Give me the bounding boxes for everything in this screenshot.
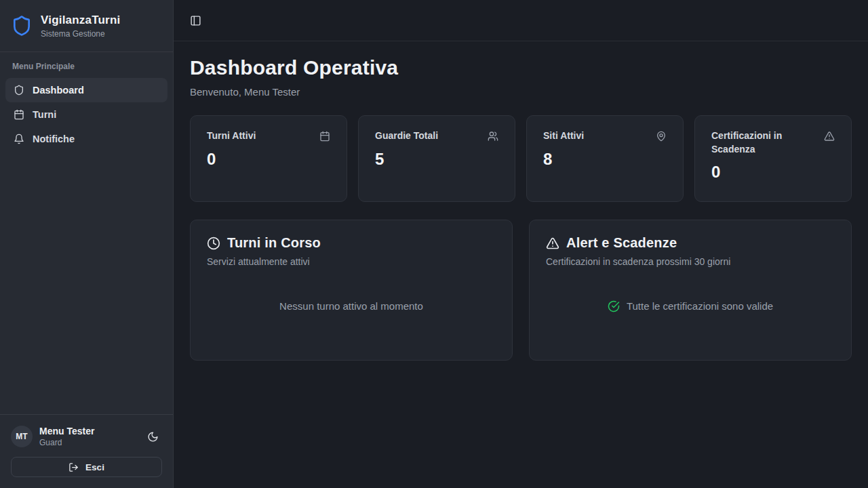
- panel-subtitle: Servizi attualmente attivi: [207, 256, 496, 267]
- empty-state: Tutte le certificazioni sono valide: [546, 267, 835, 345]
- stat-label: Turni Attivi: [207, 129, 256, 143]
- sidebar-item-notifiche[interactable]: Notifiche: [5, 127, 167, 151]
- nav-section-label: Menu Principale: [5, 62, 167, 78]
- sidebar-spacer: [0, 161, 173, 414]
- sidebar-item-label: Dashboard: [33, 85, 84, 96]
- stats-grid: Turni Attivi 0 Guardie Totali: [190, 115, 852, 202]
- calendar-icon: [319, 131, 330, 142]
- stat-card-siti-attivi: Siti Attivi 8: [526, 115, 684, 202]
- logout-button[interactable]: Esci: [11, 457, 162, 477]
- stat-label: Siti Attivi: [543, 129, 584, 143]
- stat-value: 8: [543, 150, 667, 169]
- user-row: MT Menu Tester Guard: [11, 426, 162, 447]
- logout-label: Esci: [85, 462, 104, 472]
- sidebar-item-label: Notifiche: [33, 134, 75, 144]
- panel-turni-in-corso: Turni in Corso Servizi attualmente attiv…: [190, 220, 513, 361]
- bell-icon: [14, 134, 24, 144]
- map-pin-icon: [656, 131, 667, 142]
- moon-icon: [147, 431, 159, 443]
- user-name: Menu Tester: [39, 426, 136, 436]
- page-subtitle: Benvenuto, Menu Tester: [190, 86, 852, 98]
- sidebar-item-label: Turni: [33, 109, 56, 120]
- clock-icon: [207, 237, 220, 250]
- users-icon: [488, 131, 498, 142]
- empty-state: Nessun turno attivo al momento: [207, 267, 496, 345]
- app-title: VigilanzaTurni: [41, 14, 120, 27]
- stat-value: 0: [711, 163, 835, 182]
- panel-alert-scadenze: Alert e Scadenze Certificazioni in scade…: [529, 220, 852, 361]
- sidebar-item-dashboard[interactable]: Dashboard: [5, 78, 167, 102]
- empty-state-text: Nessun turno attivo al momento: [279, 300, 423, 312]
- page-title: Dashboard Operativa: [190, 56, 852, 79]
- app-subtitle: Sistema Gestione: [41, 29, 120, 39]
- panels-grid: Turni in Corso Servizi attualmente attiv…: [190, 220, 852, 361]
- brand-text: VigilanzaTurni Sistema Gestione: [41, 14, 120, 39]
- brand-header: VigilanzaTurni Sistema Gestione: [0, 0, 173, 52]
- shield-icon: [14, 85, 24, 96]
- sidebar-item-turni[interactable]: Turni: [5, 102, 167, 127]
- user-meta: Menu Tester Guard: [39, 426, 136, 447]
- dashboard-content: Dashboard Operativa Benvenuto, Menu Test…: [174, 41, 868, 488]
- panel-left-icon: [190, 15, 201, 26]
- stat-card-guardie-totali: Guardie Totali 5: [358, 115, 515, 202]
- user-role: Guard: [39, 438, 136, 447]
- theme-toggle-button[interactable]: [143, 427, 162, 446]
- main-nav: Menu Principale Dashboard Turni: [0, 52, 173, 161]
- calendar-icon: [14, 109, 24, 120]
- stat-value: 5: [375, 150, 498, 169]
- stat-card-certificazioni: Certificazioni in Scadenza 0: [694, 115, 852, 202]
- stat-card-turni-attivi: Turni Attivi 0: [190, 115, 347, 202]
- panel-title: Alert e Scadenze: [566, 235, 677, 251]
- sidebar-toggle-button[interactable]: [186, 11, 205, 30]
- shield-logo-icon: [11, 15, 33, 37]
- stat-label: Guardie Totali: [375, 129, 438, 143]
- panel-subtitle: Certificazioni in scadenza prossimi 30 g…: [546, 256, 835, 267]
- alert-triangle-icon: [824, 131, 835, 142]
- sidebar-footer: MT Menu Tester Guard Esci: [0, 414, 173, 488]
- stat-value: 0: [207, 150, 330, 169]
- alert-triangle-icon: [546, 237, 559, 250]
- sidebar: VigilanzaTurni Sistema Gestione Menu Pri…: [0, 0, 174, 488]
- stat-label: Certificazioni in Scadenza: [711, 129, 818, 156]
- main-area: Dashboard Operativa Benvenuto, Menu Test…: [174, 0, 868, 488]
- empty-state-text: Tutte le certificazioni sono valide: [627, 300, 773, 312]
- panel-title: Turni in Corso: [227, 235, 321, 251]
- topbar: [174, 0, 868, 41]
- logout-icon: [68, 462, 79, 472]
- avatar: MT: [11, 426, 33, 447]
- check-circle-icon: [608, 300, 620, 312]
